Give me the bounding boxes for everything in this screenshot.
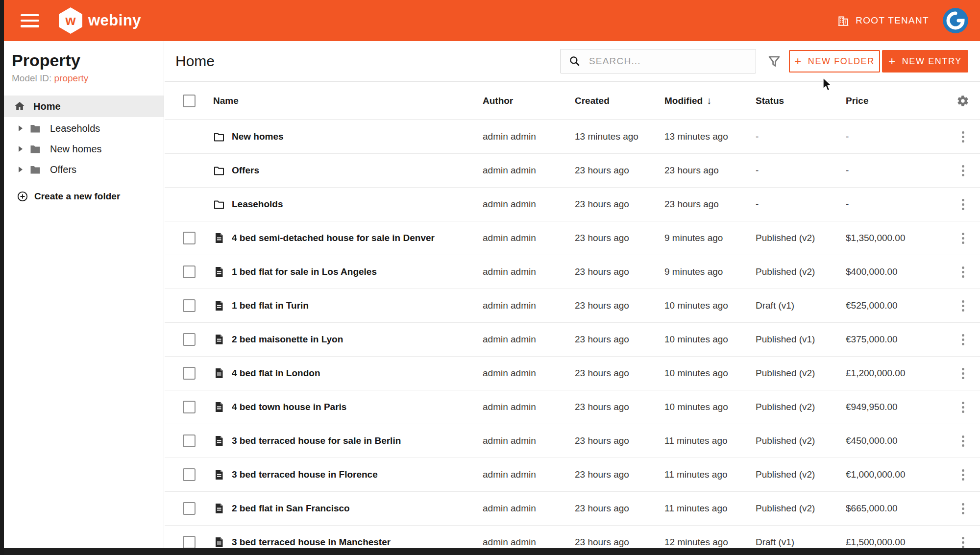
table-row[interactable]: 4 bed town house in Parisadmin admin23 h… bbox=[165, 390, 980, 424]
row-name-cell[interactable]: 3 bed terraced house in Manchester bbox=[213, 536, 483, 548]
table-row[interactable]: 3 bed terraced house in Florenceadmin ad… bbox=[165, 458, 980, 492]
row-name-cell[interactable]: 2 bed flat in San Francisco bbox=[213, 503, 483, 514]
kebab-menu-icon[interactable] bbox=[959, 162, 967, 179]
row-author: admin admin bbox=[483, 165, 575, 176]
sidebar-folder-item[interactable]: New homes bbox=[4, 139, 164, 159]
row-actions-cell bbox=[946, 331, 980, 348]
row-name-cell[interactable]: 3 bed terraced house in Florence bbox=[213, 469, 483, 481]
row-checkbox[interactable] bbox=[183, 265, 196, 278]
document-icon bbox=[213, 232, 225, 244]
new-folder-label: NEW FOLDER bbox=[808, 56, 875, 67]
row-name-cell[interactable]: 3 bed terraced house for sale in Berlin bbox=[213, 435, 483, 447]
table-row[interactable]: 4 bed flat in Londonadmin admin23 hours … bbox=[165, 357, 980, 390]
kebab-menu-icon[interactable] bbox=[959, 500, 967, 517]
sidebar-item-home[interactable]: Home bbox=[4, 96, 164, 117]
hamburger-menu-icon[interactable] bbox=[21, 14, 39, 27]
row-checkbox[interactable] bbox=[183, 468, 196, 481]
filter-icon[interactable] bbox=[766, 54, 782, 70]
row-name: Offers bbox=[232, 165, 259, 176]
column-header-name[interactable]: Name bbox=[213, 96, 483, 106]
row-actions-cell bbox=[946, 162, 980, 179]
row-name: 4 bed town house in Paris bbox=[232, 402, 346, 412]
row-checkbox[interactable] bbox=[183, 367, 196, 380]
sidebar-folder-item[interactable]: Leaseholds bbox=[4, 118, 164, 139]
row-status: Published (v2) bbox=[756, 435, 846, 446]
table-row[interactable]: 3 bed terraced house for sale in Berlina… bbox=[165, 424, 980, 458]
new-entry-button[interactable]: + NEW ENTRY bbox=[882, 50, 968, 72]
table-row[interactable]: 1 bed flat for sale in Los Angelesadmin … bbox=[165, 255, 980, 289]
row-checkbox[interactable] bbox=[183, 401, 196, 413]
document-icon bbox=[213, 266, 225, 278]
chevron-right-icon[interactable] bbox=[19, 125, 23, 131]
select-all-checkbox[interactable] bbox=[183, 95, 196, 107]
kebab-menu-icon[interactable] bbox=[959, 331, 967, 348]
gear-icon[interactable] bbox=[956, 95, 969, 107]
kebab-menu-icon[interactable] bbox=[959, 466, 967, 483]
row-name-cell[interactable]: 2 bed maisonette in Lyon bbox=[213, 334, 483, 345]
row-name-cell[interactable]: Offers bbox=[213, 165, 483, 176]
row-price: $400,000.00 bbox=[846, 266, 946, 277]
column-header-status[interactable]: Status bbox=[756, 96, 846, 106]
document-icon bbox=[213, 469, 225, 481]
row-author: admin admin bbox=[483, 199, 575, 210]
row-name-cell[interactable]: 1 bed flat for sale in Los Angeles bbox=[213, 266, 483, 278]
topbar-right: ROOT TENANT bbox=[837, 8, 968, 33]
row-created: 23 hours ago bbox=[575, 537, 664, 548]
tenant-label: ROOT TENANT bbox=[856, 15, 929, 26]
row-name-cell[interactable]: New homes bbox=[213, 131, 483, 143]
create-folder-button[interactable]: Create a new folder bbox=[4, 186, 164, 207]
row-modified: 10 minutes ago bbox=[664, 300, 756, 311]
column-header-author[interactable]: Author bbox=[483, 96, 575, 106]
table-row[interactable]: New homesadmin admin13 minutes ago13 min… bbox=[165, 120, 980, 154]
table-row[interactable]: 4 bed semi-detached house for sale in De… bbox=[165, 221, 980, 255]
plus-icon: + bbox=[888, 55, 896, 67]
tenant-selector[interactable]: ROOT TENANT bbox=[837, 14, 929, 27]
search-input[interactable] bbox=[588, 55, 756, 67]
row-status: Published (v2) bbox=[756, 402, 846, 412]
table-row[interactable]: 1 bed flat in Turinadmin admin23 hours a… bbox=[165, 289, 980, 323]
chevron-right-icon[interactable] bbox=[19, 146, 23, 152]
row-checkbox[interactable] bbox=[183, 536, 196, 549]
row-checkbox[interactable] bbox=[183, 299, 196, 312]
kebab-menu-icon[interactable] bbox=[959, 433, 967, 450]
table-row[interactable]: Leaseholdsadmin admin23 hours ago23 hour… bbox=[165, 188, 980, 221]
row-price: - bbox=[846, 131, 946, 142]
table-row[interactable]: 2 bed flat in San Franciscoadmin admin23… bbox=[165, 492, 980, 526]
row-status: Draft (v1) bbox=[756, 300, 846, 311]
row-name: New homes bbox=[232, 131, 284, 142]
row-checkbox[interactable] bbox=[183, 502, 196, 515]
kebab-menu-icon[interactable] bbox=[959, 399, 967, 416]
header-actions-cell bbox=[946, 95, 980, 107]
row-status: Published (v2) bbox=[756, 233, 846, 243]
row-name-cell[interactable]: Leaseholds bbox=[213, 198, 483, 210]
row-name-cell[interactable]: 4 bed semi-detached house for sale in De… bbox=[213, 232, 483, 244]
kebab-menu-icon[interactable] bbox=[959, 264, 967, 281]
document-icon bbox=[213, 536, 225, 548]
table-row[interactable]: 2 bed maisonette in Lyonadmin admin23 ho… bbox=[165, 323, 980, 357]
column-header-price[interactable]: Price bbox=[846, 96, 946, 106]
document-icon bbox=[213, 367, 225, 379]
row-actions-cell bbox=[946, 230, 980, 247]
column-header-created[interactable]: Created bbox=[575, 96, 664, 106]
kebab-menu-icon[interactable] bbox=[959, 128, 967, 145]
model-id: Model ID: property bbox=[12, 73, 164, 84]
kebab-menu-icon[interactable] bbox=[959, 196, 967, 213]
row-name-cell[interactable]: 1 bed flat in Turin bbox=[213, 300, 483, 312]
new-folder-button[interactable]: + NEW FOLDER bbox=[789, 50, 880, 72]
row-checkbox[interactable] bbox=[183, 232, 196, 244]
row-check-cell bbox=[165, 502, 213, 515]
kebab-menu-icon[interactable] bbox=[959, 297, 967, 314]
folder-tree: LeaseholdsNew homesOffers bbox=[4, 118, 164, 180]
row-checkbox[interactable] bbox=[183, 434, 196, 447]
kebab-menu-icon[interactable] bbox=[959, 365, 967, 382]
row-name-cell[interactable]: 4 bed flat in London bbox=[213, 367, 483, 379]
user-avatar[interactable] bbox=[943, 8, 968, 33]
row-checkbox[interactable] bbox=[183, 333, 196, 346]
row-name-cell[interactable]: 4 bed town house in Paris bbox=[213, 401, 483, 413]
kebab-menu-icon[interactable] bbox=[959, 230, 967, 247]
sidebar-folder-item[interactable]: Offers bbox=[4, 159, 164, 180]
table-row[interactable]: Offersadmin admin23 hours ago23 hours ag… bbox=[165, 154, 980, 188]
column-header-modified[interactable]: Modified ↓ bbox=[664, 95, 756, 106]
chevron-right-icon[interactable] bbox=[19, 167, 23, 172]
row-author: admin admin bbox=[483, 266, 575, 277]
